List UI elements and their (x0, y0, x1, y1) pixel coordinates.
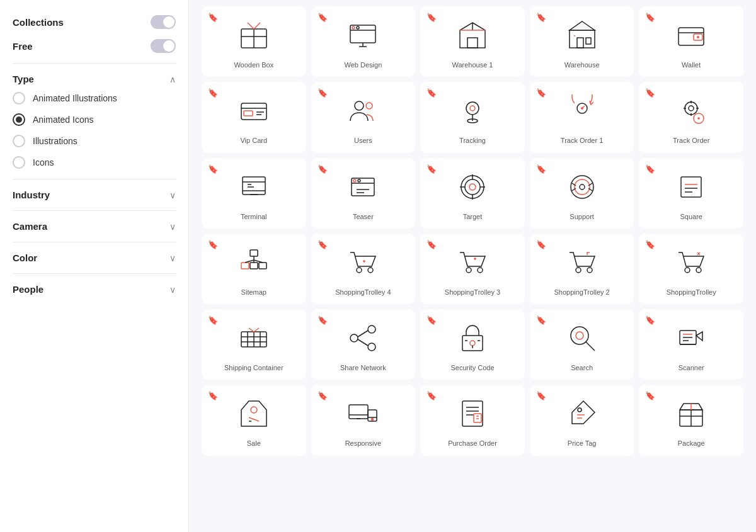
svg-point-6 (357, 26, 359, 29)
radio-icons[interactable] (13, 156, 25, 169)
divider-4 (13, 242, 176, 242)
bookmark-icon-track-order[interactable]: 🔖 (645, 88, 655, 98)
icon-card-shipping-container[interactable]: 🔖 Shipping Container (202, 309, 306, 380)
icon-label-purchase-order: Purchase Order (448, 439, 497, 448)
svg-point-85 (587, 268, 592, 273)
icon-visual-web-design (343, 15, 383, 55)
icon-card-tracking[interactable]: 🔖 Tracking (420, 82, 525, 152)
bookmark-icon-vip-card[interactable]: 🔖 (208, 88, 218, 98)
svg-point-108 (576, 332, 583, 339)
icon-card-package[interactable]: 🔖 Package (639, 385, 743, 455)
bookmark-icon-tracking[interactable]: 🔖 (427, 88, 437, 98)
icon-card-terminal[interactable]: 🔖 Terminal (202, 158, 306, 229)
collections-toggle[interactable] (151, 15, 176, 29)
icon-visual-shopping-trolley-3 (452, 242, 493, 283)
icon-card-warehouse[interactable]: 🔖 Warehouse (530, 6, 634, 77)
icon-visual-square (671, 167, 711, 207)
bookmark-icon-warehouse-1[interactable]: 🔖 (427, 13, 437, 22)
bookmark-icon-price-tag[interactable]: 🔖 (536, 391, 546, 400)
type-option-icons[interactable]: Icons (13, 156, 176, 169)
icon-card-responsive[interactable]: 🔖 Responsive (311, 385, 416, 455)
svg-point-97 (350, 334, 358, 342)
icon-visual-security-code (452, 318, 493, 358)
bookmark-icon-purchase-order[interactable]: 🔖 (427, 391, 437, 400)
camera-section-header[interactable]: Camera ∨ (13, 221, 176, 232)
type-section-header[interactable]: Type ∧ (13, 74, 176, 84)
bookmark-icon-security-code[interactable]: 🔖 (427, 315, 437, 325)
icon-card-wallet[interactable]: 🔖 Wallet (639, 6, 743, 77)
bookmark-icon-sitemap[interactable]: 🔖 (208, 240, 218, 249)
main-content: 🔖 Wooden Box 🔖 Web Design 🔖 Warehouse 1 … (189, 0, 756, 532)
icon-card-support[interactable]: 🔖 Support (530, 158, 634, 229)
bookmark-icon-track-order-1[interactable]: 🔖 (536, 88, 546, 98)
industry-section-header[interactable]: Industry ∨ (13, 190, 176, 200)
bookmark-icon-terminal[interactable]: 🔖 (208, 164, 218, 174)
icon-card-track-order[interactable]: 🔖 Track Order (639, 82, 743, 152)
bookmark-icon-teaser[interactable]: 🔖 (318, 164, 328, 174)
people-section-header[interactable]: People ∨ (13, 284, 176, 295)
bookmark-icon-target[interactable]: 🔖 (427, 164, 437, 174)
bookmark-icon-shopping-trolley-3[interactable]: 🔖 (427, 240, 437, 249)
icon-visual-shipping-container (234, 318, 274, 358)
bookmark-icon-shopping-trolley-4[interactable]: 🔖 (318, 240, 328, 249)
icon-card-users[interactable]: 🔖 Users (311, 82, 416, 152)
icon-card-wooden-box[interactable]: 🔖 Wooden Box (202, 6, 306, 77)
bookmark-icon-shopping-trolley[interactable]: 🔖 (645, 240, 655, 249)
icon-card-search[interactable]: 🔖 Search (530, 309, 634, 380)
bookmark-icon-search[interactable]: 🔖 (536, 315, 546, 325)
svg-point-106 (571, 327, 588, 344)
bookmark-icon-shipping-container[interactable]: 🔖 (208, 315, 218, 325)
icon-card-warehouse-1[interactable]: 🔖 Warehouse 1 (420, 6, 525, 77)
bookmark-icon-sale[interactable]: 🔖 (208, 391, 218, 400)
icon-card-square[interactable]: 🔖 Square (639, 158, 743, 229)
icon-card-sale[interactable]: 🔖 Sale (202, 385, 306, 455)
icon-card-share-network[interactable]: 🔖 Share Network (311, 309, 416, 380)
bookmark-icon-share-network[interactable]: 🔖 (318, 315, 328, 325)
bookmark-icon-support[interactable]: 🔖 (536, 164, 546, 174)
type-option-animated-icons[interactable]: Animated Icons (13, 113, 176, 126)
bookmark-icon-web-design[interactable]: 🔖 (318, 13, 328, 22)
icon-card-scanner[interactable]: 🔖 Scanner (639, 309, 743, 380)
icon-card-shopping-trolley-2[interactable]: 🔖 ShoppingTrolley 2 (530, 234, 634, 304)
radio-animated-illustrations[interactable] (13, 92, 25, 105)
type-radio-group: Animated Illustrations Animated Icons Il… (13, 92, 176, 169)
people-label: People (13, 284, 43, 295)
icon-label-shopping-trolley: ShoppingTrolley (667, 288, 716, 297)
icon-card-price-tag[interactable]: 🔖 Price Tag (530, 385, 634, 455)
icon-card-web-design[interactable]: 🔖 Web Design (311, 6, 416, 77)
bookmark-icon-warehouse[interactable]: 🔖 (536, 13, 546, 22)
radio-illustrations[interactable] (13, 135, 25, 147)
type-option-animated-illustrations[interactable]: Animated Illustrations (13, 92, 176, 105)
icon-card-track-order-1[interactable]: 🔖 Track Order 1 (530, 82, 634, 152)
icon-card-target[interactable]: 🔖 Target (420, 158, 525, 229)
icon-label-shipping-container: Shipping Container (224, 363, 284, 372)
type-option-illustrations[interactable]: Illustrations (13, 135, 176, 147)
svg-point-84 (576, 268, 581, 273)
bookmark-icon-shopping-trolley-2[interactable]: 🔖 (536, 240, 546, 249)
bookmark-icon-wooden-box[interactable]: 🔖 (208, 13, 218, 22)
bookmark-icon-square[interactable]: 🔖 (645, 164, 655, 174)
icon-card-security-code[interactable]: 🔖 Security Code (420, 309, 525, 380)
bookmark-icon-users[interactable]: 🔖 (318, 88, 328, 98)
bookmark-icon-package[interactable]: 🔖 (645, 391, 655, 400)
icon-label-responsive: Responsive (345, 439, 381, 448)
icon-card-shopping-trolley[interactable]: 🔖 ShoppingTrolley (639, 234, 743, 304)
bookmark-icon-responsive[interactable]: 🔖 (318, 391, 328, 400)
icon-card-teaser[interactable]: 🔖 Teaser (311, 158, 416, 229)
free-toggle[interactable] (151, 39, 176, 53)
bookmark-icon-scanner[interactable]: 🔖 (645, 315, 655, 325)
icon-card-purchase-order[interactable]: 🔖 Purchase Order (420, 385, 525, 455)
icon-label-package: Package (678, 439, 705, 448)
icon-card-vip-card[interactable]: 🔖 Vip Card (202, 82, 306, 152)
svg-point-77 (357, 268, 362, 273)
svg-point-34 (685, 102, 697, 115)
label-animated-illustrations: Animated Illustrations (33, 93, 117, 103)
icon-visual-warehouse-1 (452, 15, 493, 55)
icon-card-sitemap[interactable]: 🔖 Sitemap (202, 234, 306, 304)
icon-visual-users (343, 91, 383, 131)
icon-card-shopping-trolley-3[interactable]: 🔖 ShoppingTrolley 3 (420, 234, 525, 304)
icon-card-shopping-trolley-4[interactable]: 🔖 ShoppingTrolley 4 (311, 234, 416, 304)
bookmark-icon-wallet[interactable]: 🔖 (645, 13, 655, 22)
color-section-header[interactable]: Color ∨ (13, 252, 176, 263)
radio-animated-icons[interactable] (13, 113, 25, 126)
